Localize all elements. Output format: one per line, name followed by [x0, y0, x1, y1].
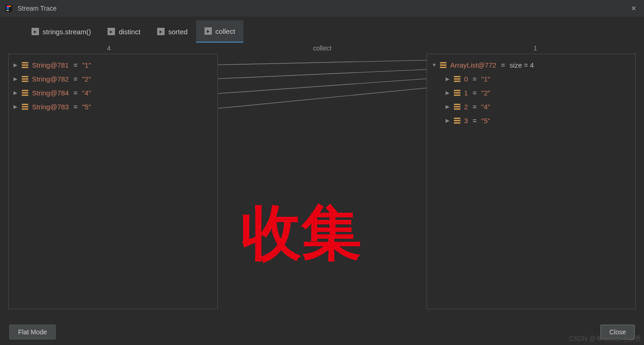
expand-icon[interactable]: ▶ — [446, 118, 450, 124]
flat-mode-button[interactable]: Flat Mode — [9, 325, 56, 339]
play-icon — [108, 28, 115, 35]
close-button[interactable]: Close — [600, 325, 635, 339]
object-value: "1" — [82, 61, 91, 69]
object-icon — [454, 104, 460, 110]
tab-strings-stream[interactable]: strings.stream() — [23, 20, 99, 43]
object-icon — [22, 104, 28, 110]
object-icon — [440, 62, 446, 68]
tab-bar: strings.stream() distinct sorted collect — [0, 20, 644, 43]
play-icon — [204, 27, 212, 35]
list-item[interactable]: ▶ 1 = "2" — [429, 86, 633, 100]
expand-icon[interactable]: ▶ — [446, 90, 450, 96]
tab-label: strings.stream() — [43, 28, 91, 36]
equals-sign: = — [501, 61, 505, 69]
object-value: size = 4 — [510, 61, 534, 69]
intellij-icon — [5, 4, 13, 13]
object-icon — [22, 90, 28, 96]
connector-svg — [218, 54, 427, 309]
window-title: Stream Trace — [18, 5, 628, 12]
tab-sorted[interactable]: sorted — [149, 20, 196, 43]
svg-rect-1 — [6, 10, 9, 11]
column-header-row: 4 collect 1 — [0, 43, 644, 54]
footer: Flat Mode Close — [0, 319, 644, 345]
object-icon — [22, 76, 28, 82]
object-name: ArrayList@772 — [450, 61, 496, 69]
object-icon — [454, 76, 460, 82]
equals-sign: = — [73, 89, 77, 97]
left-count: 4 — [0, 44, 218, 52]
play-icon — [157, 28, 165, 35]
object-value: "4" — [481, 103, 490, 111]
collapse-icon[interactable]: ▼ — [432, 62, 436, 68]
object-name: String@781 — [32, 61, 69, 69]
equals-sign: = — [472, 75, 477, 83]
object-value: "2" — [481, 89, 490, 97]
list-item[interactable]: ▶ String@781 = "1" — [11, 58, 216, 72]
object-value: "5" — [82, 103, 91, 111]
content: ▶ String@781 = "1" ▶ String@782 = "2" ▶ … — [0, 54, 644, 309]
list-item[interactable]: ▶ String@783 = "5" — [11, 100, 216, 113]
object-name: 3 — [464, 117, 468, 125]
title-bar: Stream Trace ✕ — [0, 0, 644, 17]
expand-icon[interactable]: ▶ — [13, 76, 18, 82]
object-icon — [454, 118, 460, 124]
list-item[interactable]: ▶ 2 = "4" — [429, 100, 633, 113]
equals-sign: = — [472, 89, 477, 97]
expand-icon[interactable]: ▶ — [446, 104, 450, 110]
tab-distinct[interactable]: distinct — [99, 20, 149, 43]
object-name: 1 — [464, 89, 468, 97]
object-icon — [22, 62, 28, 68]
svg-line-2 — [218, 60, 427, 65]
expand-icon[interactable]: ▶ — [13, 104, 18, 110]
equals-sign: = — [73, 75, 77, 83]
list-item[interactable]: ▶ String@784 = "4" — [11, 86, 216, 100]
expand-icon[interactable]: ▶ — [446, 76, 450, 82]
equals-sign: = — [472, 103, 477, 111]
object-value: "1" — [481, 75, 490, 83]
equals-sign: = — [472, 117, 477, 125]
tab-label: collect — [216, 27, 236, 35]
tab-label: sorted — [168, 28, 188, 36]
right-count: 1 — [427, 44, 644, 52]
input-panel: ▶ String@781 = "1" ▶ String@782 = "2" ▶ … — [8, 54, 218, 309]
equals-sign: = — [73, 61, 77, 69]
expand-icon[interactable]: ▶ — [13, 62, 18, 68]
object-value: "2" — [82, 75, 91, 83]
object-name: 2 — [464, 103, 468, 111]
tab-collect[interactable]: collect — [196, 20, 244, 43]
list-item[interactable]: ▼ ArrayList@772 = size = 4 — [429, 58, 633, 72]
object-name: 0 — [464, 75, 468, 83]
output-panel: ▼ ArrayList@772 = size = 4 ▶ 0 = "1" ▶ 1… — [427, 54, 636, 309]
list-item[interactable]: ▶ String@782 = "2" — [11, 72, 216, 86]
mid-label: collect — [218, 44, 427, 52]
mapping-panel: 收集 — [218, 54, 427, 309]
list-item[interactable]: ▶ 0 = "1" — [429, 72, 633, 86]
play-icon — [32, 28, 39, 35]
tab-label: distinct — [119, 28, 140, 36]
svg-line-3 — [218, 69, 427, 79]
object-icon — [454, 90, 460, 96]
object-name: String@782 — [32, 75, 69, 83]
object-name: String@784 — [32, 89, 69, 97]
object-value: "5" — [481, 117, 490, 125]
close-icon[interactable]: ✕ — [628, 5, 639, 12]
equals-sign: = — [73, 103, 77, 111]
list-item[interactable]: ▶ 3 = "5" — [429, 113, 633, 127]
expand-icon[interactable]: ▶ — [13, 90, 18, 96]
object-name: String@783 — [32, 103, 69, 111]
object-value: "4" — [82, 89, 91, 97]
